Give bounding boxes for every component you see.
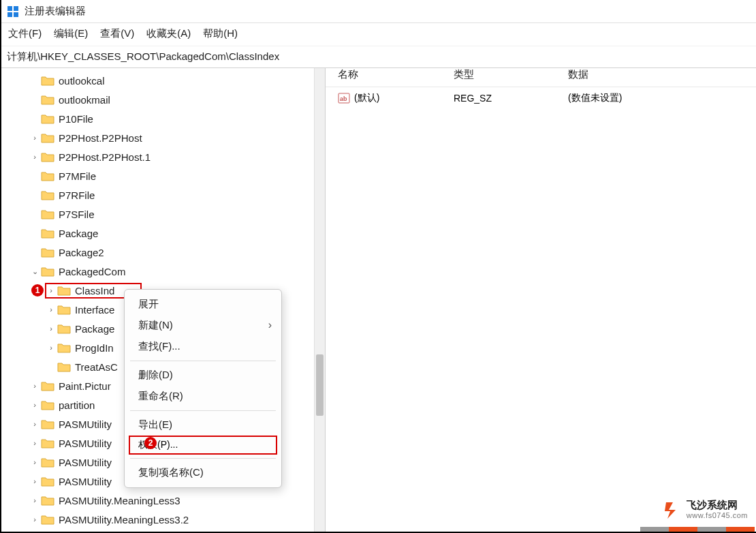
tree-item-packagedcom[interactable]: ⌄PackagedCom xyxy=(11,262,325,281)
folder-icon xyxy=(41,113,54,124)
tree-label: P10File xyxy=(59,113,93,125)
chevron-right-icon[interactable]: › xyxy=(30,133,40,142)
tree-label: PASMUtility.MeaningLess3 xyxy=(59,495,180,506)
column-data[interactable]: 数据 xyxy=(568,68,756,87)
app-icon xyxy=(7,5,19,18)
value-name: (默认) xyxy=(354,92,379,104)
chevron-right-icon[interactable]: › xyxy=(46,324,56,333)
tree-label: ClassInd xyxy=(75,285,114,296)
tree-item-p2phost[interactable]: ›P2PHost.P2PHost xyxy=(11,128,325,147)
menu-item-new[interactable]: 新建(N) xyxy=(125,315,281,336)
menu-separator xyxy=(130,361,276,361)
tree-label: TreatAsC xyxy=(75,361,118,373)
menu-view[interactable]: 查看(V) xyxy=(100,27,134,42)
menu-bar: 文件(F) 编辑(E) 查看(V) 收藏夹(A) 帮助(H) xyxy=(1,23,756,46)
svg-rect-0 xyxy=(7,6,12,11)
scrollbar-thumb[interactable] xyxy=(316,354,324,416)
folder-icon xyxy=(41,266,54,277)
tree-label: Package xyxy=(59,228,98,239)
chevron-right-icon[interactable]: › xyxy=(46,343,56,352)
watermark-url: www.fs0745.com xyxy=(687,511,748,519)
tree-label: Package xyxy=(75,323,114,335)
tree-label: PackagedCom xyxy=(59,266,125,277)
tree-label: ProgIdIn xyxy=(75,342,114,354)
tree-item-p7rfile[interactable]: ▶P7RFile xyxy=(11,185,325,204)
content-area: ▶outlookcal ▶outlookmail ▶P10File ›P2PHo… xyxy=(1,68,756,533)
tree-label: P2PHost.P2PHost xyxy=(59,132,142,144)
tree-label: P2PHost.P2PHost.1 xyxy=(59,151,151,163)
vertical-scrollbar[interactable] xyxy=(314,68,325,533)
menu-item-find[interactable]: 查找(F)... xyxy=(125,336,281,357)
tree-label: P7SFile xyxy=(59,209,95,220)
chevron-right-icon[interactable]: › xyxy=(46,286,56,295)
menu-file[interactable]: 文件(F) xyxy=(8,27,42,42)
menu-favorites[interactable]: 收藏夹(A) xyxy=(146,27,191,42)
chevron-right-icon[interactable]: › xyxy=(30,438,40,448)
menu-item-expand[interactable]: 展开 xyxy=(125,294,281,315)
menu-item-delete[interactable]: 删除(D) xyxy=(125,365,281,386)
folder-icon xyxy=(57,285,71,296)
watermark-icon xyxy=(663,501,681,519)
folder-icon xyxy=(41,495,54,506)
column-name[interactable]: 名称 xyxy=(338,68,454,87)
tree-label: Paint.Pictur xyxy=(59,380,111,392)
tree-item-p7sfile[interactable]: ▶P7SFile xyxy=(11,204,325,224)
tree-item-package[interactable]: ▶Package xyxy=(11,224,325,243)
folder-icon xyxy=(41,418,54,429)
tree-label: PASMUtility xyxy=(59,457,112,468)
tree-item-p10file[interactable]: ▶P10File xyxy=(11,109,325,128)
menu-item-export[interactable]: 导出(E) xyxy=(125,414,281,436)
folder-icon xyxy=(57,304,71,315)
value-type: REG_SZ xyxy=(454,93,568,104)
tree-label: Package2 xyxy=(59,247,104,258)
values-panel: 名称 类型 数据 ab (默认) REG_SZ (数值未设置) xyxy=(326,68,756,533)
menu-help[interactable]: 帮助(H) xyxy=(203,27,238,42)
chevron-right-icon[interactable]: › xyxy=(30,400,40,410)
tree-item-pasm-meaningless32[interactable]: ›PASMUtility.MeaningLess3.2 xyxy=(11,510,325,529)
svg-marker-6 xyxy=(665,502,676,519)
tree-item-outlookmail[interactable]: ▶outlookmail xyxy=(11,90,325,109)
folder-icon xyxy=(57,342,71,353)
chevron-right-icon[interactable]: › xyxy=(30,381,40,391)
chevron-right-icon[interactable]: › xyxy=(30,496,40,505)
column-type[interactable]: 类型 xyxy=(454,68,568,87)
context-menu: 展开 新建(N) 查找(F)... 删除(D) 重命名(R) 导出(E) 权限(… xyxy=(124,289,282,488)
tree-label: PASMUtility xyxy=(59,418,112,430)
svg-rect-3 xyxy=(14,12,18,17)
tree-label: P7MFile xyxy=(59,170,96,182)
tree-item-package2[interactable]: ▶Package2 xyxy=(11,243,325,262)
chevron-right-icon[interactable]: › xyxy=(30,152,40,162)
tree-item-pasm-meaningless3[interactable]: ›PASMUtility.MeaningLess3 xyxy=(11,491,325,510)
watermark-title: 飞沙系统网 xyxy=(687,500,748,511)
tree-label: P7RFile xyxy=(59,189,95,201)
title-bar: 注册表编辑器 xyxy=(1,0,756,23)
menu-edit[interactable]: 编辑(E) xyxy=(54,27,88,42)
chevron-right-icon[interactable]: › xyxy=(30,419,40,429)
menu-item-copy-key-name[interactable]: 复制项名称(C) xyxy=(125,462,281,483)
menu-item-rename[interactable]: 重命名(R) xyxy=(125,386,281,407)
tree-item-p2phost1[interactable]: ›P2PHost.P2PHost.1 xyxy=(11,147,325,166)
folder-icon xyxy=(41,151,54,162)
menu-separator xyxy=(130,458,276,459)
folder-icon xyxy=(57,323,71,334)
tree-item-p7mfile[interactable]: ▶P7MFile xyxy=(11,166,325,185)
tree-label: PASMUtility xyxy=(59,476,112,487)
chevron-right-icon[interactable]: › xyxy=(30,476,40,486)
tree-label: outlookmail xyxy=(59,94,110,106)
folder-icon xyxy=(41,399,54,410)
folder-icon xyxy=(41,189,54,200)
tree-label: partition xyxy=(59,399,95,411)
svg-rect-2 xyxy=(7,12,12,17)
tree-item-outlookcal[interactable]: ▶outlookcal xyxy=(11,71,325,90)
values-header: 名称 类型 数据 xyxy=(326,68,756,87)
chevron-down-icon[interactable]: ⌄ xyxy=(30,266,40,276)
chevron-right-icon[interactable]: › xyxy=(46,305,56,314)
folder-icon xyxy=(41,132,54,143)
chevron-right-icon[interactable]: › xyxy=(30,457,40,467)
address-bar[interactable]: 计算机\HKEY_CLASSES_ROOT\PackagedCom\ClassI… xyxy=(1,46,756,68)
svg-text:ab: ab xyxy=(340,95,347,102)
value-row-default[interactable]: ab (默认) REG_SZ (数值未设置) xyxy=(326,87,756,109)
chevron-right-icon[interactable]: › xyxy=(30,515,40,524)
annotation-badge-1: 1 xyxy=(31,284,44,296)
folder-icon xyxy=(41,457,54,468)
